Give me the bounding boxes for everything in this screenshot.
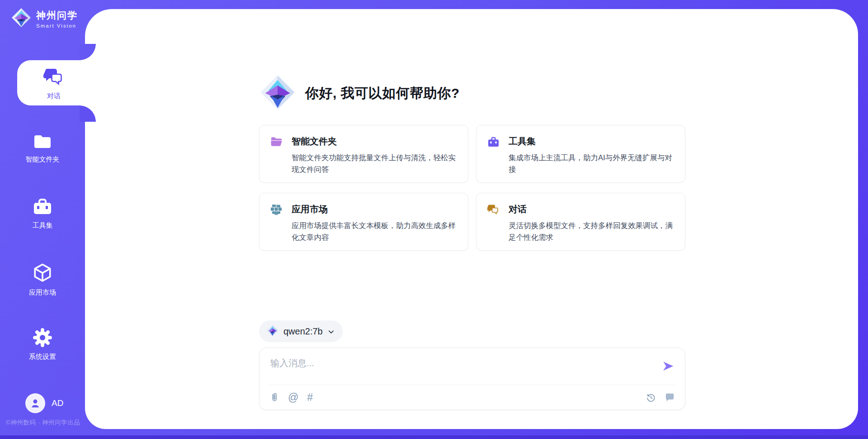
- sidebar-item-label: 智能文件夹: [0, 155, 85, 164]
- user-initials: AD: [52, 398, 63, 408]
- chat-icon: [487, 204, 500, 250]
- sidebar-item-smart-folder[interactable]: 智能文件夹: [0, 132, 85, 164]
- paperclip-icon[interactable]: [269, 392, 279, 403]
- brand-text: 神州问学 Smart Vision: [36, 9, 78, 29]
- folder-icon: [32, 144, 53, 152]
- brand-diamond-icon: [266, 324, 278, 339]
- history-icon[interactable]: [646, 392, 656, 403]
- card-chat[interactable]: 对话 灵活切换多模型文件，支持多样回复效果调试，满足个性化需求: [476, 193, 685, 251]
- feature-cards: 智能文件夹 智能文件夹功能支持批量文件上传与清洗，轻松实现文件问答 工具集 集成…: [259, 125, 685, 251]
- card-smart-folder[interactable]: 智能文件夹 智能文件夹功能支持批量文件上传与清洗，轻松实现文件问答: [259, 125, 468, 183]
- card-app-market[interactable]: 应用市场 应用市场提供丰富长文本模板，助力高效生成多样化文章内容: [259, 193, 468, 251]
- brand-name: 神州问学: [36, 9, 78, 22]
- send-icon: [662, 360, 675, 372]
- avatar: [25, 393, 45, 413]
- model-name: qwen2:7b: [283, 326, 323, 337]
- brand-diamond-icon: [11, 7, 32, 30]
- cube-icon: [32, 277, 53, 285]
- user-profile[interactable]: AD: [25, 393, 63, 413]
- card-title: 应用市场: [292, 203, 457, 215]
- sidebar-item-label: 工具集: [0, 221, 85, 230]
- person-icon: [29, 397, 41, 409]
- chevron-down-icon: [328, 329, 335, 335]
- sidebar-item-label: 系统设置: [0, 353, 85, 361]
- card-description: 应用市场提供丰富长文本模板，助力高效生成多样化文章内容: [292, 220, 457, 243]
- greeting: 你好, 我可以如何帮助你?: [259, 74, 460, 113]
- sidebar: 神州问学 Smart Vision 对话 智能文件夹: [0, 0, 85, 439]
- bottom-strip: [0, 435, 868, 439]
- card-title: 智能文件夹: [292, 135, 457, 148]
- at-icon[interactable]: @: [288, 392, 298, 403]
- card-title: 对话: [509, 203, 674, 215]
- sidebar-item-label: 应用市场: [0, 288, 85, 297]
- chat-bubble-icon[interactable]: [665, 392, 675, 403]
- composer-toolbar: @ #: [259, 385, 685, 410]
- message-composer: @ #: [259, 348, 685, 410]
- sidebar-item-app-market[interactable]: 应用市场: [0, 262, 85, 297]
- model-selector[interactable]: qwen2:7b: [259, 320, 343, 342]
- card-toolset[interactable]: 工具集 集成市场上主流工具，助力AI与外界无缝扩展与对接: [476, 125, 685, 183]
- content-area: 你好, 我可以如何帮助你? 智能文件夹 智能文件夹功能支持批量文件上传与清洗，轻…: [85, 9, 858, 429]
- chat-icon: [43, 81, 64, 89]
- brand-subtitle: Smart Vision: [36, 23, 78, 29]
- brand: 神州问学 Smart Vision: [11, 7, 78, 30]
- sidebar-item-chat[interactable]: 对话: [17, 60, 90, 105]
- card-description: 智能文件夹功能支持批量文件上传与清洗，轻松实现文件问答: [292, 152, 457, 175]
- briefcase-icon: [487, 136, 500, 182]
- send-button[interactable]: [661, 360, 675, 373]
- card-description: 灵活切换多模型文件，支持多样回复效果调试，满足个性化需求: [509, 220, 674, 243]
- sidebar-item-settings[interactable]: 系统设置: [0, 328, 85, 361]
- toolbox-icon: [32, 210, 53, 218]
- card-title: 工具集: [509, 135, 674, 148]
- sidebar-item-toolset[interactable]: 工具集: [0, 197, 85, 230]
- gear-icon: [33, 341, 52, 349]
- brand-diamond-icon: [259, 74, 296, 113]
- greeting-text: 你好, 我可以如何帮助你?: [305, 84, 460, 103]
- folder-open-icon: [270, 136, 283, 182]
- card-description: 集成市场上主流工具，助力AI与外界无缝扩展与对接: [509, 152, 674, 175]
- copyright: ©神州数码 · 神州问学出品: [6, 419, 80, 427]
- message-input[interactable]: [259, 348, 685, 384]
- grid-cube-icon: [270, 204, 283, 250]
- sidebar-item-label: 对话: [17, 92, 90, 100]
- hash-icon[interactable]: #: [307, 392, 313, 403]
